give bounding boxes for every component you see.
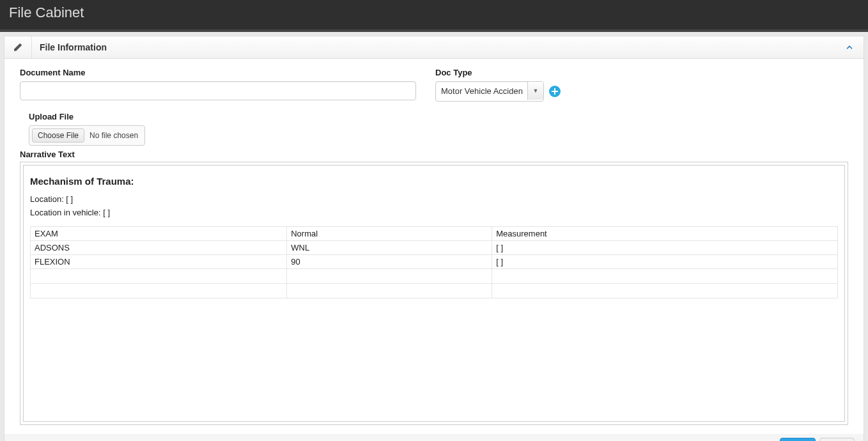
table-row-empty (31, 284, 838, 298)
file-chooser[interactable]: Choose File No file chosen (29, 125, 145, 146)
document-name-input[interactable] (20, 81, 416, 100)
collapse-toggle[interactable] (843, 41, 856, 54)
add-doc-type-button[interactable] (549, 86, 561, 97)
upload-group: Upload File Choose File No file chosen (29, 112, 848, 146)
table-header-cell: Measurement (492, 227, 838, 241)
panel-header: File Information (4, 36, 864, 59)
narrative-heading: Mechanism of Trauma: (30, 176, 838, 187)
table-cell: ADSONS (31, 241, 287, 255)
doc-type-label: Doc Type (435, 68, 601, 77)
save-button[interactable]: Save (780, 438, 816, 441)
table-cell: WNL (287, 241, 492, 255)
edit-icon (4, 36, 32, 58)
form-row-top: Document Name Doc Type Motor Vehicle Acc… (20, 68, 848, 102)
page-background: File Information Document Name Doc Type (0, 32, 868, 441)
table-row: FLEXION90[ ] (31, 255, 838, 269)
table-header-row: EXAMNormalMeasurement (31, 227, 838, 241)
document-name-label: Document Name (20, 68, 416, 77)
back-button[interactable]: Back (819, 438, 855, 441)
footer-buttons: Save Back (4, 434, 864, 441)
table-cell: [ ] (492, 241, 838, 255)
file-status: No file chosen (89, 131, 138, 140)
narrative-editor[interactable]: Mechanism of Trauma: Location: [ ] Locat… (23, 165, 845, 422)
file-info-panel: File Information Document Name Doc Type (4, 36, 864, 434)
table-header-cell: Normal (287, 227, 492, 241)
table-header-cell: EXAM (31, 227, 287, 241)
exam-table: EXAMNormalMeasurementADSONSWNL[ ]FLEXION… (30, 226, 838, 298)
table-row-empty (31, 269, 838, 284)
app-title: File Cabinet (9, 4, 84, 20)
form-frame: File Information Document Name Doc Type (4, 36, 864, 441)
document-name-group: Document Name (20, 68, 416, 102)
doc-type-select[interactable]: Motor Vehicle Acciden ▼ (435, 81, 544, 102)
doc-type-group: Doc Type Motor Vehicle Acciden ▼ (435, 68, 601, 102)
narrative-box: Mechanism of Trauma: Location: [ ] Locat… (20, 162, 848, 425)
app-header: File Cabinet (0, 0, 868, 32)
table-cell: 90 (287, 255, 492, 269)
table-row: ADSONSWNL[ ] (31, 241, 838, 255)
choose-file-button[interactable]: Choose File (32, 128, 84, 143)
table-cell: [ ] (492, 255, 838, 269)
narrative-vehicle: Location in vehicle: [ ] (30, 208, 838, 217)
doc-type-selected: Motor Vehicle Acciden (435, 81, 544, 102)
panel-title: File Information (40, 42, 843, 52)
narrative-label: Narrative Text (20, 150, 848, 159)
upload-label: Upload File (29, 112, 848, 121)
panel-body: Document Name Doc Type Motor Vehicle Acc… (4, 59, 864, 434)
table-cell: FLEXION (31, 255, 287, 269)
narrative-location: Location: [ ] (30, 194, 838, 204)
